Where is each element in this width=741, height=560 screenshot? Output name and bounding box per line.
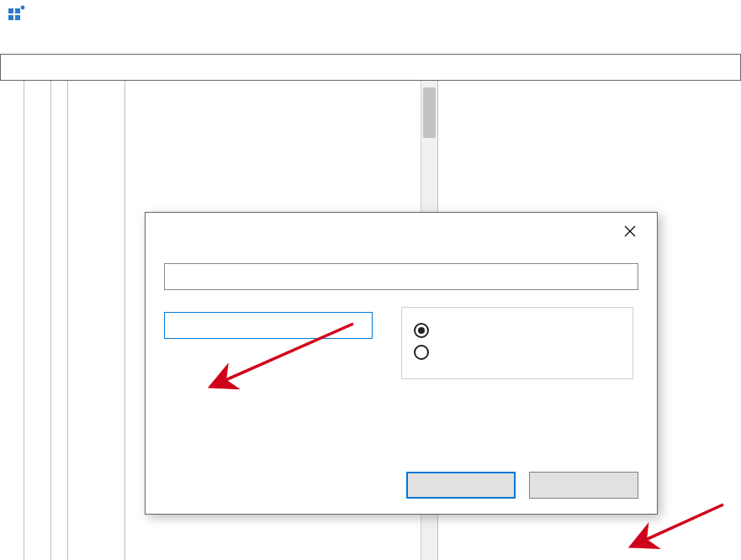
menu-edit[interactable] xyxy=(24,40,40,43)
dialog-titlebar[interactable] xyxy=(146,213,657,250)
value-data-input[interactable] xyxy=(164,312,373,339)
svg-rect-0 xyxy=(8,8,13,13)
radio-hex[interactable] xyxy=(414,323,621,338)
ok-button[interactable] xyxy=(406,472,516,499)
regedit-app-icon xyxy=(7,5,25,24)
svg-rect-3 xyxy=(15,15,20,20)
radio-icon xyxy=(414,323,429,338)
svg-point-4 xyxy=(21,6,25,10)
svg-rect-2 xyxy=(8,15,13,20)
cancel-button[interactable] xyxy=(529,472,638,499)
titlebar xyxy=(0,0,741,29)
column-header-name[interactable] xyxy=(446,86,733,96)
address-bar[interactable] xyxy=(0,54,741,81)
radio-dec[interactable] xyxy=(414,345,621,360)
menu-file[interactable] xyxy=(5,40,22,43)
scroll-thumb[interactable] xyxy=(423,87,436,138)
value-name-input[interactable] xyxy=(164,263,638,290)
radio-icon xyxy=(414,345,429,360)
menubar xyxy=(0,29,741,54)
close-icon[interactable] xyxy=(615,216,645,246)
menu-view[interactable] xyxy=(42,40,59,43)
svg-rect-1 xyxy=(15,8,20,13)
edit-dword-dialog xyxy=(145,212,658,515)
menu-favorites[interactable] xyxy=(61,40,77,43)
base-group xyxy=(401,307,633,379)
menu-help[interactable] xyxy=(79,40,96,43)
